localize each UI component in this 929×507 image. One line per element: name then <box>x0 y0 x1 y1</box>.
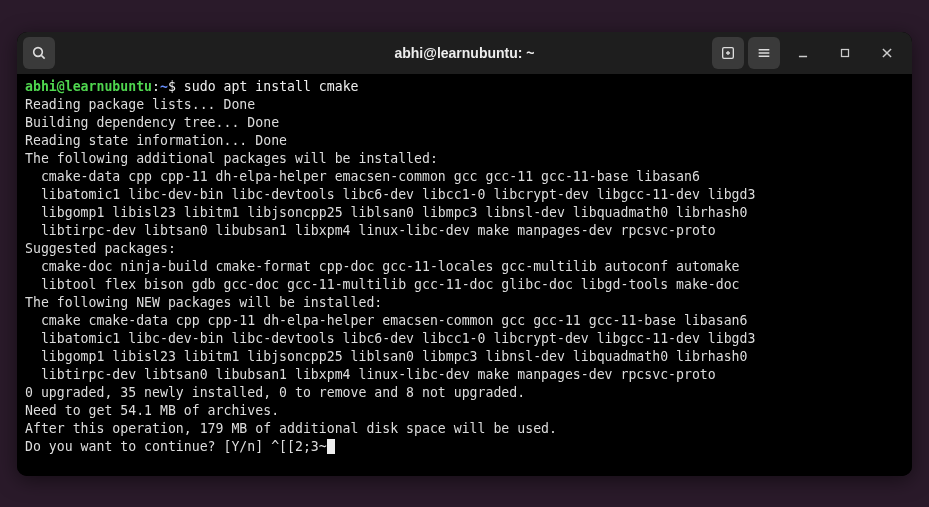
maximize-button[interactable] <box>826 37 864 69</box>
minimize-button[interactable] <box>784 37 822 69</box>
output-line: Do you want to continue? [Y/n] ^[[2;3~ <box>25 439 327 454</box>
output-line: Reading state information... Done <box>25 133 287 148</box>
new-tab-icon <box>720 45 736 61</box>
output-line: libgomp1 libisl23 libitm1 libjsoncpp25 l… <box>25 205 748 220</box>
output-line: The following additional packages will b… <box>25 151 438 166</box>
svg-rect-9 <box>842 49 849 56</box>
prompt-colon: : <box>152 79 160 94</box>
output-line: libgomp1 libisl23 libitm1 libjsoncpp25 l… <box>25 349 748 364</box>
minimize-icon <box>796 46 810 60</box>
maximize-icon <box>839 47 851 59</box>
close-icon <box>880 46 894 60</box>
output-line: The following NEW packages will be insta… <box>25 295 382 310</box>
new-tab-button[interactable] <box>712 37 744 69</box>
search-button[interactable] <box>23 37 55 69</box>
prompt-path: ~ <box>160 79 168 94</box>
output-line: libtirpc-dev libtsan0 libubsan1 libxpm4 … <box>25 367 716 382</box>
prompt-userhost: abhi@learnubuntu <box>25 79 152 94</box>
output-line: 0 upgraded, 35 newly installed, 0 to rem… <box>25 385 525 400</box>
output-line: cmake cmake-data cpp cpp-11 dh-elpa-help… <box>25 313 748 328</box>
output-line: Suggested packages: <box>25 241 176 256</box>
titlebar: abhi@learnubuntu: ~ <box>17 32 912 74</box>
window-title: abhi@learnubuntu: ~ <box>394 45 534 61</box>
output-line: libtool flex bison gdb gcc-doc gcc-11-mu… <box>25 277 740 292</box>
terminal-output[interactable]: abhi@learnubuntu:~$ sudo apt install cma… <box>17 74 912 476</box>
output-line: cmake-doc ninja-build cmake-format cpp-d… <box>25 259 740 274</box>
output-line: libatomic1 libc-dev-bin libc-devtools li… <box>25 331 755 346</box>
search-icon <box>31 45 47 61</box>
svg-line-1 <box>41 55 44 58</box>
output-line: Building dependency tree... Done <box>25 115 279 130</box>
output-line: Reading package lists... Done <box>25 97 255 112</box>
close-button[interactable] <box>868 37 906 69</box>
cursor <box>327 439 335 454</box>
output-line: libatomic1 libc-dev-bin libc-devtools li… <box>25 187 755 202</box>
menu-button[interactable] <box>748 37 780 69</box>
terminal-window: abhi@learnubuntu: ~ <box>17 32 912 476</box>
hamburger-icon <box>756 45 772 61</box>
output-line: After this operation, 179 MB of addition… <box>25 421 557 436</box>
prompt-dollar: $ <box>168 79 176 94</box>
svg-point-0 <box>34 47 43 56</box>
output-line: libtirpc-dev libtsan0 libubsan1 libxpm4 … <box>25 223 716 238</box>
output-line: Need to get 54.1 MB of archives. <box>25 403 279 418</box>
output-line: cmake-data cpp cpp-11 dh-elpa-helper ema… <box>25 169 700 184</box>
command-text: sudo apt install cmake <box>184 79 359 94</box>
